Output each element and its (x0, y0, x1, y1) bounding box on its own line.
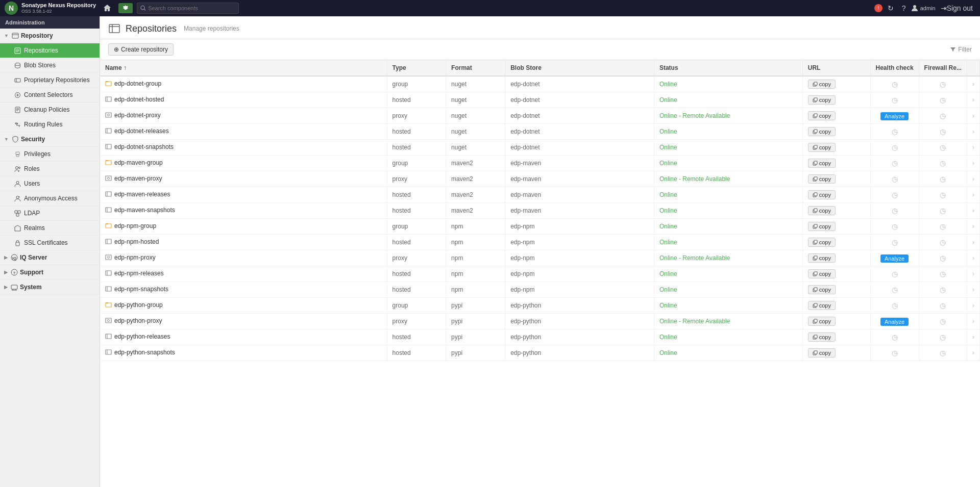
row-expand-arrow[interactable]: › (972, 191, 974, 198)
refresh-button[interactable]: ↻ (885, 3, 897, 13)
copy-url-button[interactable]: copy (808, 222, 836, 231)
copy-url-button[interactable]: copy (808, 253, 836, 263)
nav-settings-button[interactable] (118, 3, 133, 13)
svg-rect-20 (16, 152, 19, 155)
row-expand-arrow[interactable]: › (972, 175, 974, 183)
sidebar-item-routing-rules[interactable]: Routing Rules (0, 117, 100, 132)
svg-rect-51 (106, 113, 111, 117)
sidebar-group-repository[interactable]: ▼ Repository (0, 29, 100, 43)
row-expand-arrow[interactable]: › (972, 270, 974, 277)
copy-url-button[interactable]: copy (808, 332, 836, 342)
cell-arrow[interactable]: › (967, 298, 980, 314)
sidebar-item-privileges[interactable]: Privileges (0, 147, 100, 162)
sidebar-item-roles[interactable]: Roles (0, 162, 100, 176)
col-header-url[interactable]: URL (802, 60, 870, 76)
row-expand-arrow[interactable]: › (972, 302, 974, 309)
copy-url-button[interactable]: copy (808, 238, 836, 247)
svg-rect-111 (106, 350, 111, 354)
sidebar-group-security[interactable]: ▼ Security (0, 132, 100, 147)
sidebar-item-anonymous-access[interactable]: Anonymous Access (0, 191, 100, 206)
col-header-format[interactable]: Format (446, 60, 505, 76)
row-expand-arrow[interactable]: › (972, 223, 974, 230)
cell-arrow[interactable]: › (967, 266, 980, 282)
cell-arrow[interactable]: › (967, 250, 980, 266)
nav-home-button[interactable] (100, 3, 114, 13)
cell-status: Online (654, 329, 802, 345)
cell-arrow[interactable]: › (967, 329, 980, 345)
create-repository-button[interactable]: ⊕ Create repository (108, 43, 174, 56)
cell-arrow[interactable]: › (967, 314, 980, 329)
cell-arrow[interactable]: › (967, 235, 980, 250)
sidebar-item-ldap[interactable]: LDAP (0, 206, 100, 221)
row-expand-arrow[interactable]: › (972, 207, 974, 214)
copy-url-button[interactable]: copy (808, 269, 836, 278)
cell-arrow[interactable]: › (967, 345, 980, 361)
cell-arrow[interactable]: › (967, 124, 980, 140)
cell-arrow[interactable]: › (967, 219, 980, 235)
copy-url-button[interactable]: copy (808, 95, 836, 105)
svg-rect-79 (106, 224, 111, 228)
copy-url-button[interactable]: copy (808, 301, 836, 310)
sidebar-item-proprietary-repos[interactable]: Proprietary Repositories (0, 73, 100, 88)
row-expand-arrow[interactable]: › (972, 128, 974, 135)
copy-url-button[interactable]: copy (808, 348, 836, 357)
copy-url-button[interactable]: copy (808, 143, 836, 152)
copy-url-button[interactable]: copy (808, 317, 836, 326)
cell-arrow[interactable]: › (967, 282, 980, 298)
copy-url-button[interactable]: copy (808, 190, 836, 199)
row-expand-arrow[interactable]: › (972, 160, 974, 167)
help-button[interactable]: ? (899, 3, 909, 13)
svg-rect-54 (814, 114, 817, 117)
cell-name: edp-maven-proxy (100, 171, 387, 187)
cell-arrow[interactable]: › (967, 108, 980, 124)
col-header-health[interactable]: Health check (870, 60, 919, 76)
search-box[interactable] (137, 3, 239, 14)
col-header-firewall[interactable]: Firewall Re... (919, 60, 967, 76)
row-expand-arrow[interactable]: › (972, 334, 974, 341)
copy-url-button[interactable]: copy (808, 111, 836, 120)
cell-arrow[interactable]: › (967, 187, 980, 203)
copy-url-button[interactable]: copy (808, 80, 836, 89)
sidebar-item-users[interactable]: Users (0, 176, 100, 191)
cell-arrow[interactable]: › (967, 156, 980, 171)
sidebar-item-repositories[interactable]: Repositories (0, 43, 100, 58)
row-expand-arrow[interactable]: › (972, 81, 974, 88)
cell-arrow[interactable]: › (967, 76, 980, 92)
cell-name: edp-npm-group (100, 219, 387, 235)
copy-url-button[interactable]: copy (808, 285, 836, 294)
sidebar-item-realms[interactable]: Realms (0, 221, 100, 236)
copy-url-button[interactable]: copy (808, 159, 836, 168)
col-header-type[interactable]: Type (387, 60, 446, 76)
col-header-blob[interactable]: Blob Store (505, 60, 654, 76)
cell-blobstore: edp-dotnet (505, 124, 654, 140)
sidebar-item-blob-stores[interactable]: Blob Stores (0, 58, 100, 73)
copy-url-button[interactable]: copy (808, 174, 836, 184)
row-expand-arrow[interactable]: › (972, 318, 974, 325)
analyze-button[interactable]: Analyze (880, 112, 909, 120)
row-expand-arrow[interactable]: › (972, 144, 974, 151)
col-header-name[interactable]: Name ↑ (100, 60, 387, 76)
signout-button[interactable]: ⇥ Sign out (938, 3, 976, 13)
sidebar-item-ssl-certs[interactable]: SSL Certificates (0, 236, 100, 250)
search-input[interactable] (148, 5, 235, 11)
sidebar-group-support[interactable]: ▶ ? Support (0, 265, 100, 280)
row-expand-arrow[interactable]: › (972, 254, 974, 262)
row-expand-arrow[interactable]: › (972, 239, 974, 246)
copy-url-button[interactable]: copy (808, 127, 836, 136)
cell-arrow[interactable]: › (967, 92, 980, 108)
cell-arrow[interactable]: › (967, 140, 980, 156)
sidebar-item-cleanup-policies[interactable]: Cleanup Policies (0, 102, 100, 117)
row-expand-arrow[interactable]: › (972, 112, 974, 119)
sidebar-item-content-selectors[interactable]: Content Selectors (0, 88, 100, 102)
sidebar-group-system[interactable]: ▶ System (0, 280, 100, 295)
row-expand-arrow[interactable]: › (972, 349, 974, 356)
copy-url-button[interactable]: copy (808, 206, 836, 215)
sidebar-group-iq-server[interactable]: ▶ IQ IQ Server (0, 250, 100, 265)
analyze-button[interactable]: Analyze (880, 318, 909, 326)
cell-arrow[interactable]: › (967, 171, 980, 187)
analyze-button[interactable]: Analyze (880, 254, 909, 263)
row-expand-arrow[interactable]: › (972, 96, 974, 104)
cell-arrow[interactable]: › (967, 203, 980, 219)
row-expand-arrow[interactable]: › (972, 286, 974, 293)
col-header-status[interactable]: Status (654, 60, 802, 76)
